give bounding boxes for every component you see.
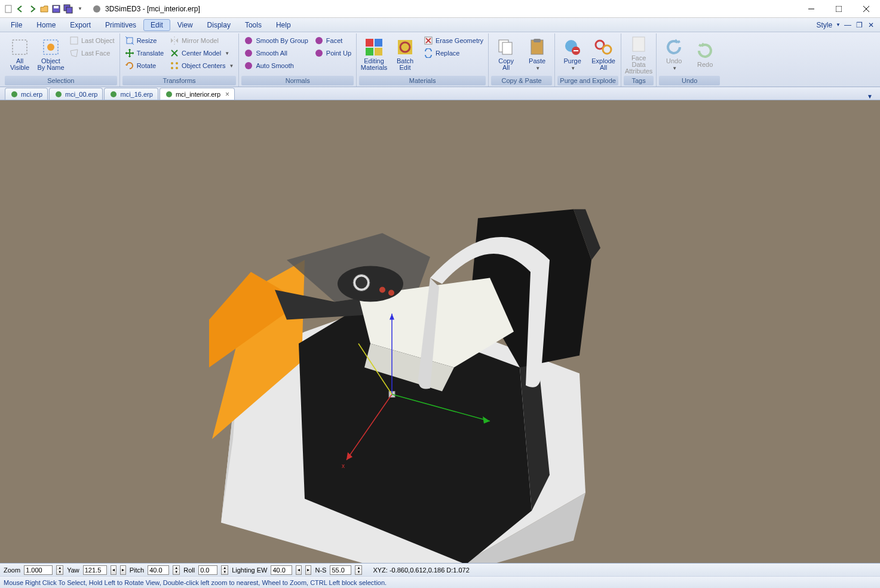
yaw-left-button[interactable]: ◂: [111, 565, 116, 575]
last-face-button: Last Face: [67, 47, 117, 59]
smooth-by-group-button[interactable]: Smooth By Group: [241, 35, 310, 47]
style-dropdown-icon[interactable]: ▼: [836, 22, 841, 27]
menu-edit[interactable]: Edit: [143, 19, 170, 31]
paste-icon: [528, 38, 547, 57]
batch-edit-button[interactable]: Batch Edit: [390, 35, 420, 74]
svg-rect-32: [502, 42, 512, 54]
svg-point-61: [379, 287, 385, 293]
svg-rect-26: [366, 48, 373, 56]
status-bar-hint: Mouse Right Click To Select, Hold Left t…: [0, 576, 880, 588]
auto-smooth-button[interactable]: Auto Smooth: [241, 60, 310, 72]
purge-button[interactable]: Purge▼: [557, 35, 587, 74]
light-input[interactable]: [271, 565, 292, 575]
pitch-input[interactable]: [148, 565, 169, 575]
explode-icon: [594, 38, 613, 57]
tabs-menu-icon[interactable]: ▼: [867, 93, 875, 100]
facet-button[interactable]: Facet: [312, 35, 354, 47]
object-by-name-button[interactable]: Object By Name: [36, 35, 66, 74]
doc-icon: [109, 90, 118, 98]
erase-geometry-button[interactable]: Erase Geometry: [421, 35, 486, 47]
svg-point-17: [171, 67, 173, 69]
editing-materials-button[interactable]: Editing Materials: [359, 35, 389, 74]
close-tab-icon[interactable]: ×: [225, 90, 229, 98]
zoom-input[interactable]: [24, 565, 53, 575]
svg-rect-27: [375, 48, 382, 56]
light-right-button[interactable]: ▸: [305, 565, 311, 575]
center-model-button[interactable]: Center Model▼: [167, 47, 236, 59]
qat-open-icon[interactable]: [39, 4, 49, 14]
pitch-spinner[interactable]: ▲▼: [173, 565, 180, 575]
paste-button[interactable]: Paste▼: [522, 35, 552, 74]
close-button[interactable]: [853, 0, 880, 18]
centers-icon: [170, 61, 179, 70]
menu-home[interactable]: Home: [29, 19, 63, 31]
light-left-button[interactable]: ◂: [296, 565, 302, 575]
qat-dropdown-icon[interactable]: ▼: [75, 4, 85, 14]
yaw-right-button[interactable]: ▸: [120, 565, 126, 575]
rotate-button[interactable]: Rotate: [122, 60, 166, 72]
svg-rect-25: [375, 39, 382, 47]
roll-spinner[interactable]: ▲▼: [221, 565, 228, 575]
qat-new-icon[interactable]: [4, 4, 13, 14]
svg-point-41: [11, 91, 17, 97]
object-centers-button[interactable]: Object Centers▼: [167, 60, 236, 72]
mdi-close-icon[interactable]: ✕: [868, 21, 876, 29]
qat-forward-icon[interactable]: [27, 4, 37, 14]
sphere-icon: [244, 61, 253, 70]
viewport-3d[interactable]: x: [0, 100, 880, 563]
qat-back-icon[interactable]: [16, 4, 25, 14]
translate-button[interactable]: Translate: [122, 47, 166, 59]
ns-input[interactable]: [330, 565, 351, 575]
svg-point-22: [315, 37, 323, 44]
chevron-down-icon: ▼: [229, 63, 234, 69]
svg-text:x: x: [342, 463, 345, 469]
replace-button[interactable]: Replace: [421, 47, 486, 59]
maximize-button[interactable]: [825, 0, 853, 18]
tab-mci-interior[interactable]: mci_interior.erp×: [160, 88, 235, 100]
menubar: File Home Export Primitives Edit View Di…: [0, 18, 880, 32]
svg-point-12: [47, 44, 54, 51]
xyz-readout: XYZ: -0.860,0.612,0.186 D:1.072: [373, 567, 469, 574]
explode-all-button[interactable]: Explode All: [588, 35, 618, 74]
smooth-all-button[interactable]: Smooth All: [241, 47, 310, 59]
translate-icon: [125, 48, 134, 58]
mdi-minimize-icon[interactable]: —: [844, 21, 853, 29]
point-up-button[interactable]: Point Up: [312, 47, 354, 59]
redo-button: Redo: [690, 35, 720, 74]
tab-mci[interactable]: mci.erp: [5, 88, 48, 100]
svg-point-15: [171, 62, 173, 64]
minimize-button[interactable]: [798, 0, 825, 18]
tab-mci-16[interactable]: mci_16.erp: [104, 88, 158, 100]
mdi-restore-icon[interactable]: ❐: [856, 21, 864, 29]
all-visible-button[interactable]: All Visible: [5, 35, 35, 74]
menu-tools[interactable]: Tools: [238, 19, 269, 31]
tab-mci-00[interactable]: mci_00.erp: [49, 88, 103, 100]
sphere-icon: [314, 36, 324, 45]
copy-all-button[interactable]: Copy All: [491, 35, 521, 74]
menu-primitives[interactable]: Primitives: [98, 19, 143, 31]
ribbon-group-tags: Face Data Attributes Tags: [621, 33, 657, 87]
roll-input[interactable]: [198, 565, 217, 575]
menu-export[interactable]: Export: [63, 19, 98, 31]
yaw-input[interactable]: [83, 565, 107, 575]
ribbon-label-copy-paste: Copy & Paste: [491, 76, 552, 85]
menu-display[interactable]: Display: [200, 19, 238, 31]
menu-view[interactable]: View: [170, 19, 200, 31]
zoom-spinner[interactable]: ▲▼: [56, 565, 63, 575]
menu-help[interactable]: Help: [269, 19, 298, 31]
undo-button: Undo▼: [659, 35, 689, 74]
ribbon-label-materials: Materials: [359, 76, 486, 85]
qat-save-icon[interactable]: [51, 4, 61, 14]
chevron-down-icon: ▼: [225, 51, 229, 56]
mirror-icon: [170, 36, 179, 45]
mirror-model-button[interactable]: Mirror Model: [167, 35, 236, 47]
resize-button[interactable]: Resize: [122, 35, 166, 47]
menu-style[interactable]: Style: [816, 21, 832, 29]
qat-saveall-icon[interactable]: [63, 4, 73, 14]
last-object-button: Last Object: [67, 35, 117, 47]
menu-file[interactable]: File: [4, 19, 29, 31]
ns-spinner[interactable]: ▲▼: [355, 565, 362, 575]
svg-rect-37: [574, 50, 578, 51]
rotate-icon: [125, 61, 134, 70]
window-title: 3DSimED3 - [mci_interior.erp]: [105, 5, 798, 13]
